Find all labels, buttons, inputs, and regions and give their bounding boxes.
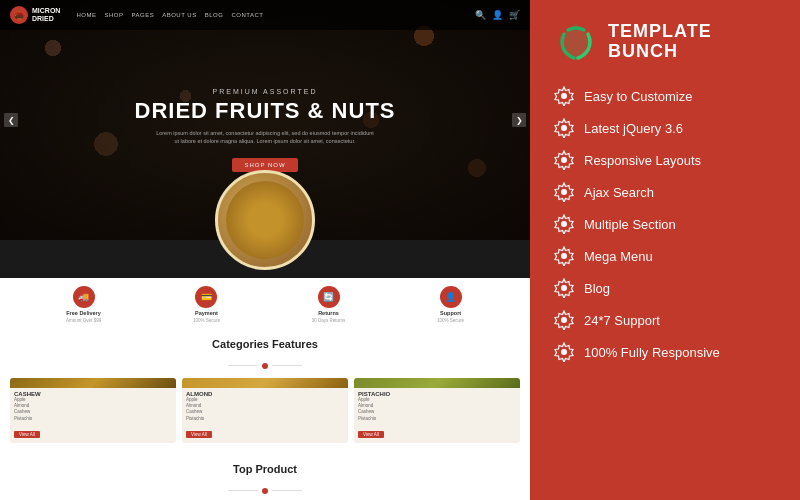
gear-icon-8 <box>554 342 574 362</box>
gear-icon-5 <box>554 246 574 266</box>
feature-row-5: Mega Menu <box>554 246 776 266</box>
feature-row-0: Easy to Customize <box>554 86 776 106</box>
delivery-label: Free Delivery <box>66 310 101 316</box>
feature-row-3: Ajax Search <box>554 182 776 202</box>
top-product-divider <box>10 477 520 495</box>
gear-icon-1 <box>554 118 574 138</box>
payment-sub: 100% Secure <box>193 318 220 323</box>
cashew-image <box>10 378 176 388</box>
feature-delivery: 🚚 Free Delivery Amount Over $99 <box>66 286 101 323</box>
feature-support: 👤 Support 100% Secure <box>437 286 464 323</box>
returns-sub: 30 Days Returns <box>312 318 346 323</box>
cart-icon[interactable]: 🛒 <box>509 10 520 20</box>
search-icon[interactable]: 🔍 <box>475 10 486 20</box>
feature-row-7: 24*7 Support <box>554 310 776 330</box>
logo-area: 🌰 MICRON DRIED <box>10 6 60 24</box>
category-cashew: CASHEW AppleAlmondCashewPistachio View A… <box>10 378 176 443</box>
svg-point-1 <box>561 125 567 131</box>
nav-links: HOME SHOP PAGES ABOUT US BLOG CONTACT <box>76 12 263 18</box>
delivery-icon: 🚚 <box>73 286 95 308</box>
logo-text: MICRON DRIED <box>32 7 60 24</box>
feature-text-6: Blog <box>584 281 610 296</box>
support-label: Support <box>440 310 461 316</box>
gear-icon-4 <box>554 214 574 234</box>
carousel-arrow-right[interactable]: ❯ <box>512 113 526 127</box>
gear-icon-6 <box>554 278 574 298</box>
payment-icon: 💳 <box>195 286 217 308</box>
svg-point-8 <box>561 349 567 355</box>
feature-payment: 💳 Payment 100% Secure <box>193 286 220 323</box>
almond-items: AppleAlmondCashewPistachio <box>186 397 344 422</box>
hero-subtitle: PREMIUM ASSORTED <box>135 88 396 95</box>
svg-point-7 <box>561 317 567 323</box>
hero-section: 🌰 MICRON DRIED HOME SHOP PAGES ABOUT US … <box>0 0 530 240</box>
returns-icon: 🔄 <box>318 286 340 308</box>
top-product-section: Top Product Latest Featured Bestseller $… <box>0 459 530 500</box>
feature-text-2: Responsive Layouts <box>584 153 701 168</box>
nav-pages[interactable]: PAGES <box>131 12 154 18</box>
category-pistachio: PISTACHIO AppleAlmondCashewPistachio Vie… <box>354 378 520 443</box>
logo-icon: 🌰 <box>10 6 28 24</box>
nav-home[interactable]: HOME <box>76 12 96 18</box>
svg-point-4 <box>561 221 567 227</box>
nav-icons: 🔍 👤 🛒 <box>475 10 520 20</box>
feature-text-5: Mega Menu <box>584 249 653 264</box>
feature-row-8: 100% Fully Responsive <box>554 342 776 362</box>
almond-view-all[interactable]: View All <box>186 431 212 438</box>
nav-blog[interactable]: BLOG <box>205 12 224 18</box>
feature-text-8: 100% Fully Responsive <box>584 345 720 360</box>
nav-about[interactable]: ABOUT US <box>162 12 197 18</box>
brand-logo <box>554 20 598 64</box>
cashew-view-all[interactable]: View All <box>14 431 40 438</box>
pistachio-info: PISTACHIO AppleAlmondCashewPistachio Vie… <box>354 388 520 443</box>
gear-icon-2 <box>554 150 574 170</box>
left-panel: 🌰 MICRON DRIED HOME SHOP PAGES ABOUT US … <box>0 0 530 500</box>
almond-image <box>182 378 348 388</box>
feature-text-7: 24*7 Support <box>584 313 660 328</box>
user-icon[interactable]: 👤 <box>492 10 503 20</box>
brand-title: TEMPLATE BUNCH <box>608 22 776 62</box>
top-product-title: Top Product <box>10 463 520 475</box>
feature-text-4: Multiple Section <box>584 217 676 232</box>
carousel-arrow-left[interactable]: ❮ <box>4 113 18 127</box>
hero-product-image <box>215 170 315 270</box>
feature-text-1: Latest jQuery 3.6 <box>584 121 683 136</box>
support-icon: 👤 <box>440 286 462 308</box>
feature-text-0: Easy to Customize <box>584 89 692 104</box>
support-sub: 100% Secure <box>437 318 464 323</box>
feature-list: Easy to Customize Latest jQuery 3.6 Resp… <box>554 86 776 362</box>
categories-title: Categories Features <box>10 338 520 350</box>
cashew-info: CASHEW AppleAlmondCashewPistachio View A… <box>10 388 176 443</box>
feature-row-2: Responsive Layouts <box>554 150 776 170</box>
nav-contact[interactable]: CONTACT <box>231 12 263 18</box>
returns-label: Returns <box>318 310 339 316</box>
gear-icon-0 <box>554 86 574 106</box>
gear-icon-3 <box>554 182 574 202</box>
categories-grid: CASHEW AppleAlmondCashewPistachio View A… <box>10 378 520 443</box>
pistachio-image <box>354 378 520 388</box>
feature-row-6: Blog <box>554 278 776 298</box>
pistachio-view-all[interactable]: View All <box>358 431 384 438</box>
features-strip: 🚚 Free Delivery Amount Over $99 💳 Paymen… <box>0 275 530 330</box>
delivery-sub: Amount Over $99 <box>66 318 101 323</box>
svg-point-6 <box>561 285 567 291</box>
nav-shop[interactable]: SHOP <box>104 12 123 18</box>
feature-row-4: Multiple Section <box>554 214 776 234</box>
feature-returns: 🔄 Returns 30 Days Returns <box>312 286 346 323</box>
hero-content: PREMIUM ASSORTED DRIED FRUITS & NUTS Lor… <box>135 88 396 173</box>
navbar: 🌰 MICRON DRIED HOME SHOP PAGES ABOUT US … <box>0 0 530 30</box>
hero-description: Lorem ipsum dolor sit amet, consectetur … <box>155 129 375 146</box>
category-almond: ALMOND AppleAlmondCashewPistachio View A… <box>182 378 348 443</box>
categories-divider <box>10 352 520 370</box>
cashew-items: AppleAlmondCashewPistachio <box>14 397 172 422</box>
almond-info: ALMOND AppleAlmondCashewPistachio View A… <box>182 388 348 443</box>
svg-point-2 <box>561 157 567 163</box>
svg-point-0 <box>561 93 567 99</box>
categories-section: Categories Features CASHEW AppleAlmondCa… <box>0 330 530 459</box>
brand-header: TEMPLATE BUNCH <box>554 20 776 64</box>
payment-label: Payment <box>195 310 218 316</box>
right-panel: TEMPLATE BUNCH Easy to Customize Latest … <box>530 0 800 500</box>
pistachio-items: AppleAlmondCashewPistachio <box>358 397 516 422</box>
svg-point-5 <box>561 253 567 259</box>
feature-text-3: Ajax Search <box>584 185 654 200</box>
